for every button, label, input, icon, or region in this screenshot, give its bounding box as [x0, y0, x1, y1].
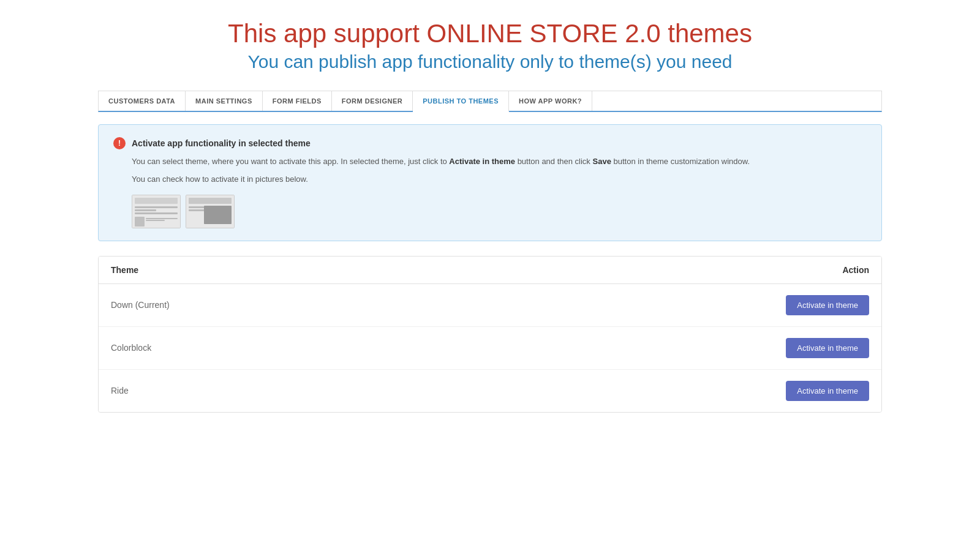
tab-how-app-work[interactable]: HOW APP WORK?: [509, 91, 592, 111]
info-box-header: ! Activate app functionality in selected…: [113, 137, 867, 149]
info-box-title: Activate app functionality in selected t…: [132, 138, 311, 148]
column-action: Action: [842, 265, 869, 275]
activate-btn-down[interactable]: Activate in theme: [786, 295, 869, 315]
activate-btn-colorblock[interactable]: Activate in theme: [786, 338, 869, 358]
theme-name-down: Down (Current): [111, 300, 170, 310]
page-title: This app support ONLINE STORE 2.0 themes: [98, 18, 882, 49]
info-box: ! Activate app functionality in selected…: [98, 124, 882, 241]
column-theme: Theme: [111, 265, 138, 275]
tab-form-fields[interactable]: FORM FIELDS: [263, 91, 332, 111]
thumbnail-1: [132, 195, 181, 228]
table-header: Theme Action: [99, 257, 881, 284]
page-subtitle: You can publish app functionality only t…: [98, 51, 882, 72]
tab-main-settings[interactable]: MAIN SETTINGS: [186, 91, 263, 111]
table-row: Colorblock Activate in theme: [99, 327, 881, 370]
tab-customers-data[interactable]: CUSTOMERS DATA: [99, 91, 186, 111]
tab-form-designer[interactable]: FORM DESIGNER: [332, 91, 413, 111]
header-section: This app support ONLINE STORE 2.0 themes…: [98, 18, 882, 72]
theme-name-colorblock: Colorblock: [111, 343, 151, 353]
table-row: Down (Current) Activate in theme: [99, 284, 881, 327]
tab-publish-to-themes[interactable]: PUBLISH TO THEMES: [413, 91, 509, 112]
thumbnail-2: [186, 195, 235, 228]
info-box-text2: You can check how to activate it in pict…: [132, 173, 867, 186]
info-box-text1: You can select theme, where you want to …: [132, 156, 867, 168]
activate-btn-ride[interactable]: Activate in theme: [786, 381, 869, 401]
thumbnails-container: [132, 195, 867, 228]
themes-table: Theme Action Down (Current) Activate in …: [98, 256, 882, 413]
info-icon: !: [113, 137, 126, 149]
theme-name-ride: Ride: [111, 386, 129, 395]
table-row: Ride Activate in theme: [99, 370, 881, 412]
tabs-container: CUSTOMERS DATA MAIN SETTINGS FORM FIELDS…: [98, 91, 882, 112]
